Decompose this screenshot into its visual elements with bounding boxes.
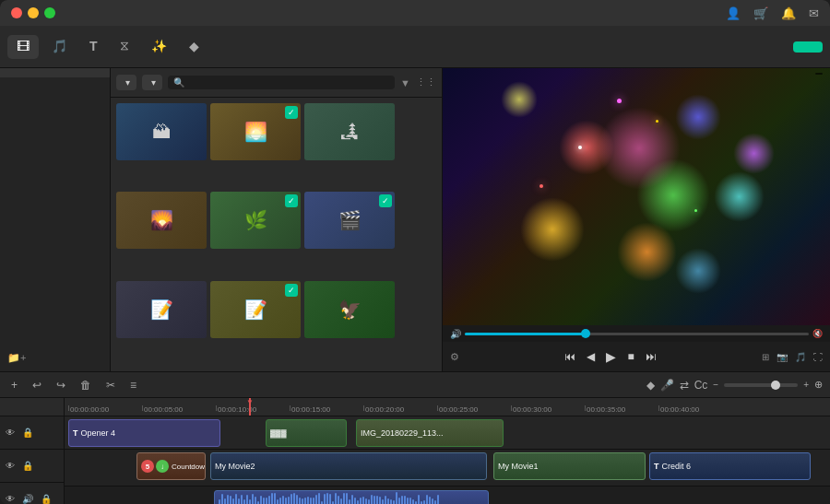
media-item[interactable]: 🌄 — [116, 192, 207, 276]
play-button[interactable]: ▶ — [604, 347, 618, 366]
fullscreen-icon[interactable]: ⛶ — [813, 352, 823, 362]
sidebar-item-sample-videos[interactable] — [0, 77, 110, 87]
track-row-main: 5 ↓ Countdown3 My Movie2 My Movie1 T Cre… — [65, 450, 830, 486]
nav-transitions[interactable]: ⧖ — [111, 34, 138, 59]
audio-clip[interactable]: // Generate waveform bars const wf = doc… — [214, 490, 489, 504]
clip-t-icon: T — [654, 462, 659, 471]
media-item[interactable]: 📝 ✓ — [210, 281, 301, 366]
mute-icon[interactable]: 🔇 — [812, 329, 823, 338]
media-item[interactable]: 🦅 — [304, 281, 395, 366]
go-to-end-button[interactable]: ⏭ — [644, 348, 658, 365]
zoom-in-button[interactable]: + — [803, 380, 809, 390]
user-icon[interactable]: 👤 — [726, 6, 741, 20]
media-item[interactable]: 📝 — [116, 281, 207, 366]
preview-settings-icon[interactable]: ⚙ — [450, 351, 459, 363]
audio-lock-icon[interactable]: 🔒 — [39, 492, 53, 504]
import-button[interactable]: ▾ — [116, 75, 136, 90]
track-clip-mymovie1[interactable]: My Movie1 — [493, 452, 646, 480]
close-button[interactable] — [11, 7, 22, 18]
track-clip-video1[interactable]: ▓▓▓ — [266, 419, 347, 447]
undo-button[interactable]: ↩ — [29, 377, 45, 393]
track2-lock-icon[interactable]: 🔒 — [20, 459, 35, 473]
clip-label: My Movie1 — [498, 462, 539, 471]
media-item[interactable]: 🎬 ✓ — [304, 192, 395, 276]
snapshot-icon[interactable]: 📷 — [777, 352, 788, 362]
media-icon: 🎞 — [17, 39, 30, 53]
record-button[interactable]: ▾ — [142, 75, 162, 90]
timeline-ruler: 00:00:00:00 00:00:05:00 00:00:10:00 00:0… — [65, 398, 830, 416]
ruler-mark: 00:00:00:00 — [68, 405, 142, 414]
volume-icon[interactable]: 🔊 — [450, 329, 461, 339]
search-input[interactable] — [188, 77, 389, 88]
nav-effects[interactable]: ✨ — [142, 35, 176, 59]
nav-titles[interactable]: T — [80, 35, 107, 59]
audio-eye-icon[interactable]: 👁 — [4, 492, 17, 504]
scrubber-track[interactable] — [465, 333, 809, 335]
track1-eye-icon[interactable]: 👁 — [4, 426, 17, 440]
nav-elements[interactable]: ◆ — [180, 35, 208, 59]
cut-button[interactable]: ✂ — [102, 377, 119, 393]
track-clip-credit6[interactable]: T Credit 6 — [649, 452, 811, 480]
redo-button[interactable]: ↪ — [53, 377, 69, 393]
media-item[interactable]: 🌅 ✓ — [210, 103, 301, 188]
thumb-preview: 📝 — [116, 281, 207, 338]
preview-size-icon[interactable]: ⊞ — [762, 352, 769, 362]
add-track-button[interactable]: + — [7, 377, 21, 393]
minimize-button[interactable] — [28, 7, 39, 18]
preview-video — [443, 68, 830, 325]
mail-icon[interactable]: ✉ — [809, 6, 819, 20]
grid-icon[interactable]: ⋮⋮ — [416, 76, 436, 88]
track1-lock-icon[interactable]: 🔒 — [20, 426, 35, 440]
clip-t-icon: T — [73, 428, 78, 438]
scrubber-handle[interactable] — [581, 329, 590, 338]
timeline-toolbar: + ↩ ↪ 🗑 ✂ ≡ ◆ 🎤 ⇄ Cc − + ⊕ — [0, 372, 830, 398]
media-item[interactable]: 🌿 ✓ — [210, 192, 301, 276]
preview-area — [443, 68, 830, 325]
track2-eye-icon[interactable]: 👁 — [4, 459, 17, 473]
nav-audio[interactable]: 🎵 — [42, 35, 77, 59]
media-item[interactable]: 🏔 — [116, 103, 207, 188]
clip-preview: ▓▓▓ — [270, 429, 287, 438]
clip-label: Credit 6 — [662, 462, 692, 471]
notification-icon[interactable]: 🔔 — [781, 6, 796, 20]
zoom-slider[interactable] — [724, 383, 798, 387]
title-bar-icons: 👤 🛒 🔔 ✉ — [726, 6, 819, 20]
sidebar-item-sample-colors[interactable] — [0, 87, 110, 96]
delete-button[interactable]: 🗑 — [77, 377, 95, 393]
record-chevron-icon: ▾ — [151, 77, 156, 88]
checkmark-badge: ✓ — [285, 106, 298, 119]
timeline-body: 👁 🔒 👁 🔒 👁 🔊 🔒 ♪ 🔊 🔒 — [0, 398, 830, 504]
track-clip-opener4[interactable]: T Opener 4 — [68, 419, 220, 447]
export-button[interactable] — [793, 41, 823, 53]
center-media-panel: ▾ ▾ 🔍 ▼ ⋮⋮ 🏔 🌅 — [111, 68, 443, 371]
track-clip-countdown3[interactable]: 5 ↓ Countdown3 — [136, 452, 206, 480]
filter-icon[interactable]: ▼ — [400, 77, 410, 88]
thumb-preview: 🌄 — [116, 192, 207, 249]
mic-icon[interactable]: 🎤 — [660, 379, 674, 392]
media-item[interactable]: 🏞 — [304, 103, 395, 188]
play-backward-button[interactable]: ◀ — [585, 348, 597, 365]
audio-preview-icon[interactable]: 🎵 — [795, 352, 806, 362]
nav-media[interactable]: 🎞 — [7, 35, 39, 59]
ruler-mark: 00:00:40:00 — [658, 405, 732, 414]
go-to-start-button[interactable]: ⏮ — [563, 348, 577, 365]
zoom-out-button[interactable]: − — [713, 380, 718, 390]
add-folder-icon[interactable]: 📁+ — [7, 352, 26, 364]
ruler-mark: 00:00:35:00 — [585, 405, 658, 414]
cart-icon[interactable]: 🛒 — [753, 6, 768, 20]
fit-button[interactable]: ⊕ — [814, 379, 823, 391]
sidebar-item-project-media[interactable] — [0, 68, 110, 77]
stop-button[interactable]: ■ — [625, 348, 635, 365]
menu-button[interactable]: ≡ — [126, 377, 140, 393]
traffic-lights — [11, 7, 55, 18]
track-clip-mymovie2[interactable]: My Movie2 — [210, 452, 487, 480]
audio-volume-icon[interactable]: 🔊 — [20, 492, 35, 504]
track-clip-img[interactable]: IMG_20180229_113... — [356, 419, 504, 447]
maximize-button[interactable] — [44, 7, 55, 18]
caption-icon[interactable]: Cc — [694, 379, 708, 392]
zoom-handle — [771, 381, 780, 390]
ruler-mark: 00:00:30:00 — [511, 405, 585, 414]
marker-icon[interactable]: ◆ — [646, 379, 655, 392]
audio-icon: 🎵 — [52, 39, 67, 53]
transition-icon[interactable]: ⇄ — [680, 379, 689, 392]
